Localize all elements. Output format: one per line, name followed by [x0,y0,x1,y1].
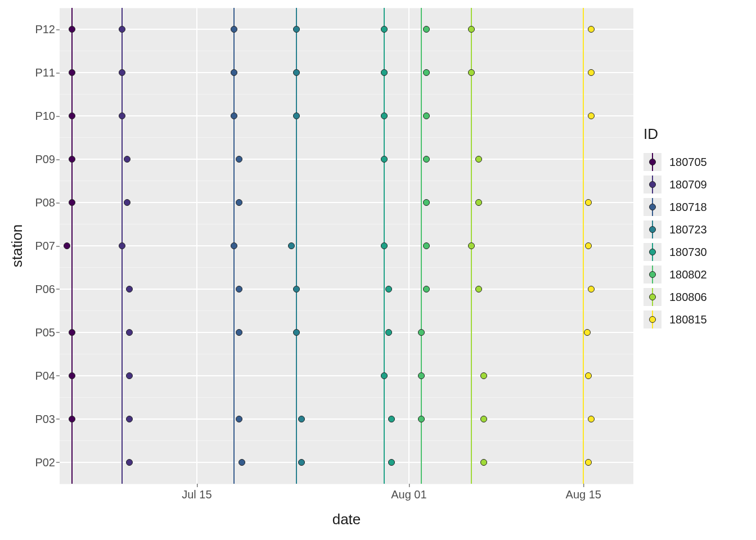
gridline-horizontal-minor [60,224,633,224]
data-point [480,459,487,466]
data-point [288,242,295,249]
data-point [480,372,487,379]
gridline-horizontal-minor [60,484,633,484]
gridline-horizontal-minor [60,354,633,354]
data-point [69,156,75,163]
gridline-horizontal [60,202,633,203]
data-point [238,459,245,466]
data-point [126,416,133,422]
y-tick-label: P08 [35,196,60,209]
data-point [69,199,75,206]
data-point [124,156,130,163]
data-point [231,242,237,249]
legend-item: 180718 [644,196,707,218]
gridline-horizontal-minor [60,8,633,8]
legend-item: 180806 [644,286,707,308]
legend-label: 180802 [669,268,707,281]
data-point [423,69,430,76]
data-point [588,286,595,292]
data-point [119,112,125,119]
gridline-vertical [196,8,197,484]
gridline-horizontal-minor [60,397,633,398]
legend-label: 180815 [669,313,707,326]
data-point [126,286,133,292]
data-point [69,69,75,76]
legend: ID 1807051807091807181807231807301808021… [644,125,707,331]
id-vline [296,8,297,484]
data-point [585,372,592,379]
y-tick-label: P06 [35,282,60,295]
data-point [388,459,395,466]
gridline-horizontal [60,375,633,376]
id-vline [71,8,73,484]
data-point [418,416,425,422]
data-point [588,69,595,76]
legend-label: 180718 [669,201,707,214]
gridline-horizontal [60,418,633,420]
legend-key [644,310,662,328]
gridline-horizontal [60,72,633,73]
gridline-horizontal-minor [60,181,633,181]
data-point [236,416,242,422]
data-point [298,459,305,466]
legend-item: 180802 [644,263,707,286]
chart-figure: Jul 15Aug 01Aug 15P02P03P04P05P06P07P08P… [0,0,756,540]
legend-key [644,153,662,171]
y-tick-label: P12 [35,23,60,36]
data-point [231,69,237,76]
data-point [468,69,475,76]
data-point [588,26,595,33]
legend-key [644,243,662,261]
y-tick-label: P07 [35,240,60,253]
y-tick-label: P04 [35,369,60,382]
data-point [381,26,388,33]
y-tick-label: P03 [35,412,60,425]
data-point [385,286,392,292]
data-point [418,372,425,379]
id-vline [421,8,422,484]
data-point [231,26,237,33]
data-point [423,156,430,163]
data-point [236,199,242,206]
data-point [119,69,125,76]
x-tick-label: Jul 15 [182,484,212,501]
data-point [236,329,242,336]
data-point [119,242,125,249]
gridline-horizontal-minor [60,94,633,94]
legend-label: 180723 [669,223,707,236]
data-point [585,199,592,206]
y-tick-label: P10 [35,110,60,123]
data-point [468,242,475,249]
data-point [423,26,430,33]
data-point [584,329,591,336]
legend-item: 180815 [644,308,707,331]
data-point [588,416,595,422]
gridline-horizontal-minor [60,137,633,138]
data-point [423,242,430,249]
data-point [423,286,430,292]
x-tick-label: Aug 15 [566,484,601,501]
y-tick-label: P09 [35,153,60,166]
data-point [423,112,430,119]
data-point [126,459,133,466]
y-tick-label: P05 [35,326,60,339]
data-point [418,329,425,336]
legend-label: 180705 [669,156,707,169]
data-point [381,242,388,249]
data-point [423,199,430,206]
data-point [69,416,75,422]
data-point [475,199,482,206]
x-tick-label: Aug 01 [391,484,426,501]
y-tick-label: P02 [35,456,60,469]
legend-item: 180730 [644,241,707,263]
legend-key [644,288,662,306]
gridline-horizontal-minor [60,310,633,311]
data-point [585,459,592,466]
legend-key [644,266,662,284]
data-point [69,372,75,379]
data-point [475,156,482,163]
data-point [293,26,300,33]
y-tick-label: P11 [35,66,60,79]
data-point [236,156,242,163]
data-point [69,112,75,119]
